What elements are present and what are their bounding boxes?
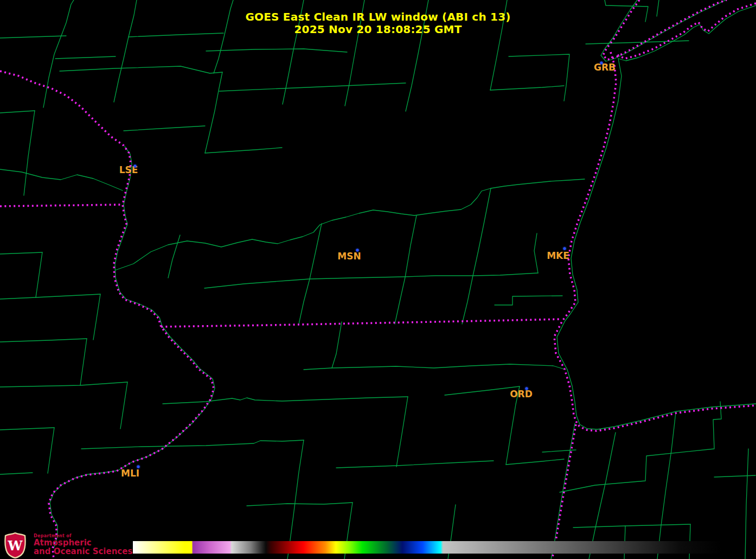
state-line [0, 205, 123, 206]
county-line [120, 382, 127, 429]
county-line [745, 449, 748, 559]
title-line2: 2025 Nov 20 18:08:25 GMT [0, 23, 756, 36]
county-line [124, 126, 205, 131]
county-boundaries [0, 0, 756, 559]
county-line [0, 169, 123, 190]
ir-colorbar [133, 541, 721, 554]
county-line [205, 148, 282, 153]
station-label-mke: MKE [547, 250, 569, 261]
county-line [0, 473, 33, 474]
county-line [557, 59, 756, 429]
county-line [534, 233, 538, 273]
county-line [462, 188, 491, 324]
uw-crest-icon: W [4, 532, 26, 558]
logo-name-line2: and Oceanic Sciences [34, 547, 132, 556]
state-line [0, 71, 214, 559]
county-line [36, 252, 42, 297]
logo-text: Department of Atmospheric and Oceanic Sc… [34, 533, 132, 556]
station-label-mli: MLI [121, 468, 139, 479]
title-line1: GOES East Clean IR LW window (ABI ch 13) [0, 11, 756, 23]
station-label-grb: GRB [594, 62, 616, 73]
county-line [396, 397, 408, 467]
county-line [560, 402, 721, 492]
county-line [657, 412, 676, 559]
county-line [50, 326, 215, 548]
county-line [60, 66, 222, 73]
county-line [509, 54, 569, 101]
image-title: GOES East Clean IR LW window (ABI ch 13)… [0, 11, 756, 36]
county-line [206, 49, 347, 52]
county-line [332, 322, 342, 368]
county-line [163, 397, 408, 404]
county-line [495, 296, 562, 305]
satellite-map-view: GOES East Clean IR LW window (ABI ch 13)… [0, 0, 756, 559]
county-line [0, 111, 35, 113]
county-line [395, 215, 417, 324]
county-line [0, 428, 54, 430]
county-line [336, 461, 494, 468]
state-boundaries [0, 0, 756, 559]
station-label-msn: MSN [337, 251, 361, 262]
county-line [0, 252, 42, 254]
station-dot-grb [600, 62, 603, 65]
county-line [714, 475, 755, 477]
logo-name-line1: Atmospheric [34, 538, 132, 547]
county-line [55, 56, 116, 59]
county-line [0, 36, 66, 38]
county-line [80, 339, 87, 385]
county-line [551, 423, 575, 559]
county-line [0, 339, 87, 342]
station-dot-ord [526, 388, 528, 390]
uw-aos-logo: W Department of Atmospheric and Oceanic … [4, 532, 132, 558]
county-line [93, 294, 100, 340]
county-line [445, 386, 520, 395]
map-svg [0, 0, 756, 559]
county-line [204, 273, 538, 288]
county-line [304, 364, 566, 370]
county-line [0, 294, 100, 299]
county-line [506, 459, 564, 465]
station-dot-msn [356, 249, 359, 252]
county-line [573, 524, 690, 528]
county-line [219, 83, 406, 91]
county-line [589, 433, 616, 559]
county-line [299, 224, 322, 324]
county-line [490, 86, 564, 90]
county-line [205, 72, 222, 153]
crest-letter: W [8, 538, 23, 554]
state-line [554, 52, 756, 431]
county-line [48, 428, 54, 473]
station-label-ord: ORD [510, 389, 533, 399]
station-dot-mke [563, 247, 566, 250]
county-line [81, 440, 304, 449]
county-line [168, 235, 180, 278]
station-dot-lse [134, 165, 137, 168]
county-line [247, 503, 353, 506]
station-dot-mli [137, 466, 140, 468]
county-line [24, 111, 35, 195]
county-line [0, 382, 127, 387]
state-line [161, 319, 561, 327]
